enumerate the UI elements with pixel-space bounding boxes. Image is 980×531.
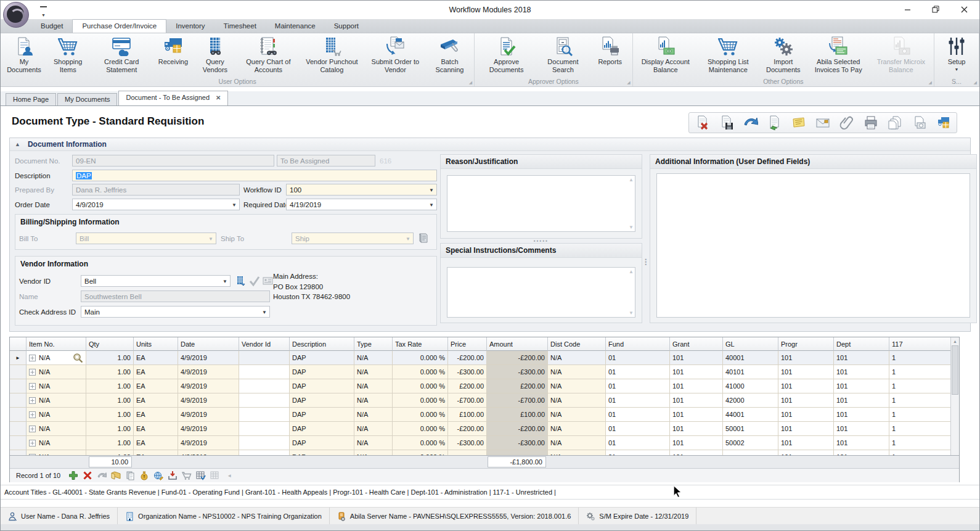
check-address-combobox[interactable]: Main▼ [81,306,270,318]
close-button[interactable] [950,1,978,18]
cell-grant[interactable]: 101 [670,393,723,408]
column-header-gl[interactable]: GL [723,337,778,351]
cell-description[interactable]: DAP [290,379,354,393]
cell-grant[interactable]: 101 [670,351,723,365]
cell-item-no[interactable]: N/A [27,408,86,422]
ribbon-button-vendor-punchout-catalog[interactable]: Vendor Punchout Catalog [300,35,364,73]
column-header-fund[interactable]: Fund [606,337,670,351]
cell-price[interactable]: £200.00 [448,379,487,393]
cell-117[interactable]: 1 [889,408,951,422]
vendor-id-combobox[interactable]: Bell▼ [81,275,231,287]
grid-row[interactable]: N/A1.00EA4/9/2019DAPN/A0.000 %-£300.00-£… [10,365,959,379]
cell-dist-code[interactable]: N/A [548,450,606,455]
cell-date[interactable]: 4/9/2019 [178,379,239,393]
paste-lines-icon[interactable] [125,471,135,480]
save-document-icon[interactable] [719,115,734,130]
cell-dist-code[interactable]: N/A [548,351,606,365]
cell-grant[interactable]: 101 [670,450,723,455]
cell-qty[interactable]: 1.00 [86,365,134,379]
cell-date[interactable]: 4/9/2019 [178,422,239,436]
cell-type[interactable]: N/A [354,436,393,450]
ribbon-tab-purchase-order-invoice[interactable]: Purchase Order/Invoice [72,19,166,33]
undo-arrow-icon[interactable] [743,115,758,130]
copy-lines-icon[interactable] [111,471,121,480]
cell-date[interactable]: 4/9/2019 [178,393,239,408]
cell-amount[interactable]: -£700.00 [487,393,548,408]
cell-progr[interactable]: 101 [778,351,834,365]
cell-units[interactable]: EA [134,365,178,379]
scroll-left-icon[interactable]: ◄ [227,473,232,479]
cell-grant[interactable]: 101 [670,379,723,393]
cell-amount[interactable] [487,450,548,455]
chevron-down-icon[interactable]: ▼ [429,202,434,208]
cell-description[interactable]: DAP [290,365,354,379]
cell-progr[interactable]: 101 [778,379,834,393]
document-money-icon[interactable] [912,115,926,130]
required-date-picker[interactable]: 4/19/2019▼ [286,199,437,210]
cell-tax-rate[interactable]: 0.000 % [393,379,448,393]
cell-description[interactable]: DAP [290,450,354,455]
cell-117[interactable]: 1 [889,393,951,408]
cell-qty[interactable]: 1.00 [86,408,134,422]
collapse-chevron-icon[interactable]: ▲ [15,141,20,147]
section-header[interactable]: ▲ Document Information [10,138,970,151]
reason-justification-textarea[interactable]: ▲ ▼ [447,175,635,232]
cell-fund[interactable]: 01 [606,450,670,455]
cell-vendor-id[interactable] [239,365,290,379]
cell-amount[interactable]: -£300.00 [487,365,548,379]
cell-units[interactable]: EA [134,422,178,436]
cell-amount[interactable]: -£200.00 [487,351,548,365]
grid-row[interactable]: N/A1.00EA4/9/2019DAPN/A0.000 %-£300.00-£… [10,436,959,450]
cell-vendor-id[interactable] [239,422,290,436]
column-header-description[interactable]: Description [290,337,354,351]
web-lookup-icon[interactable] [153,471,163,480]
ribbon-tab-budget[interactable]: Budget [31,19,72,33]
cell-date[interactable]: 4/9/2019 [178,408,239,422]
cell-progr[interactable]: 101 [778,408,834,422]
dialog-launcher-icon[interactable]: ◢ [627,80,630,85]
cell-item-no[interactable]: N/A [27,365,86,379]
cell-progr[interactable]: 101 [778,422,834,436]
cell-description[interactable]: DAP [290,408,354,422]
column-header-dist-code[interactable]: Dist Code [548,337,606,351]
ribbon-button-credit-card-statement[interactable]: Credit Card Statement [91,35,153,73]
dialog-launcher-icon[interactable]: ◢ [974,80,977,85]
scroll-up-icon[interactable]: ▲ [951,339,959,344]
delete-record-icon[interactable] [83,471,92,480]
cell-grant[interactable]: 101 [670,365,723,379]
cell-price[interactable] [448,450,487,455]
cell-dist-code[interactable]: N/A [548,379,606,393]
verify-check-icon[interactable] [248,275,260,287]
cell-dept[interactable]: 101 [834,450,889,455]
cell-117[interactable]: 1 [889,450,951,455]
cell-item-no[interactable]: N/A [27,450,86,455]
ribbon-button-reports[interactable]: Reports [590,35,631,66]
column-header-vendor-id[interactable]: Vendor Id [239,337,290,351]
ribbon-button-document-search[interactable]: Document Search [536,35,590,73]
cell-dist-code[interactable]: N/A [548,393,606,408]
column-header-117[interactable]: 117 [889,337,951,351]
column-header-type[interactable]: Type [354,337,393,351]
cell-fund[interactable]: 01 [606,408,670,422]
cell-dept[interactable]: 101 [834,351,889,365]
scroll-down-icon[interactable]: ▼ [629,224,634,230]
cell-fund[interactable]: 01 [606,436,670,450]
cell-fund[interactable]: 01 [606,393,670,408]
special-instructions-textarea[interactable]: ▲ ▼ [447,267,635,318]
ribbon-tab-inventory[interactable]: Inventory [166,19,214,33]
grid-row[interactable]: N/A1.00EA4/9/2019DAPN/A0.000 %£200.00£20… [10,379,959,393]
cell-amount[interactable]: -£200.00 [487,422,548,436]
scroll-down-icon[interactable]: ▼ [629,310,634,316]
cell-gl[interactable]: 40101 [723,365,778,379]
chevron-down-icon[interactable]: ▼ [429,187,434,193]
column-header-amount[interactable]: Amount [487,337,548,351]
cell-vendor-id[interactable] [239,436,290,450]
ribbon-button-submit-order-to-vendor[interactable]: Submit Order to Vendor [364,35,427,73]
vendor-lookup-icon[interactable] [235,275,247,287]
scroll-up-icon[interactable]: ▲ [629,177,634,183]
dialog-launcher-icon[interactable]: ◢ [929,80,932,85]
attachments-icon[interactable] [839,115,854,130]
cell-description[interactable]: DAP [290,422,354,436]
cell-dist-code[interactable]: N/A [548,422,606,436]
ribbon-tab-timesheet[interactable]: Timesheet [214,19,266,33]
